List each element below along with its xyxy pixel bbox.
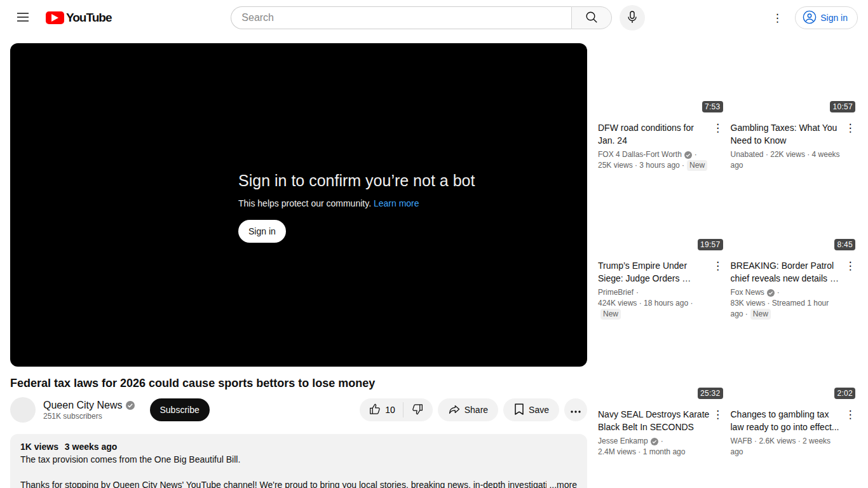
recommended-channel-line[interactable]: Jesse Enkamp ·: [598, 436, 710, 447]
youtube-logo[interactable]: YouTube: [46, 11, 111, 25]
recommended-title[interactable]: Navy SEAL Destroys Karate Black Belt In …: [598, 408, 710, 433]
thumb-down-icon: [411, 403, 424, 417]
recommended-video[interactable]: 2:02 Changes to gambling tax law ready t…: [731, 330, 858, 458]
recommended-meta: WAFB · 2.6K views · 2 weeks ago: [731, 436, 843, 458]
dislike-button[interactable]: [403, 398, 433, 421]
subscriber-count: 251K subscribers: [43, 412, 135, 421]
bot-check-headline: Sign in to confirm you’re not a bot: [238, 170, 475, 191]
search-input[interactable]: [231, 6, 571, 29]
recommended-meta: 424K views · 18 hours ago ·New: [598, 298, 710, 320]
search-button[interactable]: [571, 6, 612, 29]
page-content: Sign in to confirm you’re not a bot This…: [0, 36, 868, 488]
duration-badge: 2:02: [834, 388, 855, 399]
channel-avatar[interactable]: [10, 397, 36, 423]
more-actions-button[interactable]: [564, 398, 587, 421]
publish-date: 3 weeks ago: [65, 442, 118, 452]
recommended-video[interactable]: 25:32 Navy SEAL Destroys Karate Black Be…: [598, 330, 726, 458]
video-title: Federal tax laws for 2026 could cause sp…: [10, 376, 587, 391]
person-icon: [803, 10, 817, 26]
video-options-button[interactable]: ⋮: [710, 259, 726, 320]
recommended-title[interactable]: Changes to gambling tax law ready to go …: [731, 408, 843, 433]
description-line2: Thanks for stopping by Queen City News' …: [20, 478, 577, 488]
recommended-video[interactable]: 10:57 Gambling Taxes: What You Need to K…: [731, 43, 858, 171]
player-sign-in-button[interactable]: Sign in: [238, 220, 286, 243]
voice-search-button[interactable]: [620, 5, 645, 30]
kebab-icon: ⋮: [772, 13, 783, 24]
guide-hamburger-button[interactable]: [10, 5, 36, 30]
kebab-icon: ⋮: [712, 123, 723, 133]
expand-description-link[interactable]: ...more: [549, 478, 577, 488]
header-sign-in-button[interactable]: Sign in: [795, 6, 858, 29]
verified-badge-icon: [651, 438, 658, 445]
share-button[interactable]: Share: [438, 398, 498, 421]
recommended-title[interactable]: BREAKING: Border Patrol chief reveals ne…: [731, 259, 843, 285]
kebab-icon: ⋮: [845, 409, 856, 420]
recommended-title[interactable]: Trump’s Empire Under Siege: Judge Orders…: [598, 259, 710, 285]
masthead-right: ⋮ Sign in: [764, 5, 858, 30]
recommended-channel-line[interactable]: PrimeBrief ·: [598, 287, 710, 298]
video-options-button[interactable]: ⋮: [710, 408, 726, 458]
kebab-icon: ⋮: [712, 261, 723, 271]
description-line1: The tax provision comes from the One Big…: [20, 453, 577, 466]
settings-kebab-button[interactable]: ⋮: [764, 5, 790, 30]
new-badge: New: [687, 160, 707, 171]
like-button[interactable]: 10: [360, 398, 403, 421]
video-thumbnail[interactable]: 2:02: [731, 330, 858, 402]
description-box[interactable]: 1K views 3 weeks ago The tax provision c…: [10, 434, 587, 488]
channel-row: Queen City News 251K subscribers Subscri…: [10, 397, 587, 423]
duration-badge: 25:32: [698, 388, 723, 399]
kebab-icon: ⋮: [712, 409, 723, 420]
new-badge: New: [600, 309, 621, 320]
verified-badge-icon: [126, 401, 135, 410]
bot-check-message: Sign in to confirm you’re not a bot This…: [238, 170, 475, 243]
recommended-video[interactable]: 7:53 DFW road conditions for Jan. 24 FOX…: [598, 43, 726, 171]
video-options-button[interactable]: ⋮: [843, 259, 858, 320]
share-icon: [448, 403, 461, 417]
learn-more-link[interactable]: Learn more: [374, 198, 419, 208]
hamburger-icon: [17, 13, 29, 24]
recommended-video[interactable]: 8:45 BREAKING: Border Patrol chief revea…: [731, 181, 858, 320]
duration-badge: 10:57: [830, 101, 855, 112]
save-label: Save: [529, 405, 549, 415]
recommended-channel-line[interactable]: Fox News ·: [731, 287, 843, 298]
recommended-meta: 25K views · 3 hours ago ·New: [598, 160, 710, 171]
recommended-video[interactable]: 19:57 Trump’s Empire Under Siege: Judge …: [598, 181, 726, 320]
sign-in-label: Sign in: [820, 13, 848, 23]
duration-badge: 8:45: [834, 239, 855, 250]
view-count: 1K views: [20, 442, 58, 452]
video-options-button[interactable]: ⋮: [843, 121, 858, 171]
thumb-up-icon: [369, 403, 381, 417]
kebab-icon: ⋮: [845, 123, 856, 133]
kebab-icon: ⋮: [845, 261, 856, 271]
youtube-wordmark: YouTube: [66, 11, 111, 25]
duration-badge: 7:53: [702, 101, 723, 112]
recommended-title[interactable]: DFW road conditions for Jan. 24: [598, 121, 710, 147]
like-dislike-group: 10: [360, 398, 433, 421]
share-label: Share: [465, 405, 488, 415]
masthead-center: [111, 5, 764, 30]
video-thumbnail[interactable]: 7:53: [598, 43, 726, 115]
recommended-channel-line[interactable]: FOX 4 Dallas-Fort Worth ·: [598, 149, 710, 160]
video-thumbnail[interactable]: 19:57: [598, 181, 726, 253]
channel-name[interactable]: Queen City News: [43, 400, 123, 411]
bookmark-icon: [513, 403, 525, 417]
recommended-meta: 83K views · Streamed 1 hour ago ·New: [731, 298, 843, 320]
microphone-icon: [627, 11, 638, 25]
bot-check-body: This helps protect our community. Learn …: [238, 197, 475, 210]
channel-info: Queen City News 251K subscribers: [43, 400, 135, 421]
subscribe-button[interactable]: Subscribe: [150, 398, 210, 421]
video-thumbnail[interactable]: 10:57: [731, 43, 858, 115]
video-thumbnail[interactable]: 8:45: [731, 181, 858, 253]
video-player[interactable]: Sign in to confirm you’re not a bot This…: [10, 43, 587, 367]
save-button[interactable]: Save: [503, 398, 559, 421]
verified-badge-icon: [684, 151, 692, 159]
recommendations-sidebar: 7:53 DFW road conditions for Jan. 24 FOX…: [598, 43, 858, 488]
recommended-meta: Unabated · 22K views · 4 weeks ago: [731, 149, 843, 171]
recommended-title[interactable]: Gambling Taxes: What You Need to Know: [731, 121, 843, 147]
duration-badge: 19:57: [698, 239, 723, 250]
video-thumbnail[interactable]: 25:32: [598, 330, 726, 402]
description-meta: 1K views 3 weeks ago: [20, 440, 577, 453]
video-options-button[interactable]: ⋮: [843, 408, 858, 458]
video-options-button[interactable]: ⋮: [710, 121, 726, 171]
new-badge: New: [750, 309, 771, 320]
